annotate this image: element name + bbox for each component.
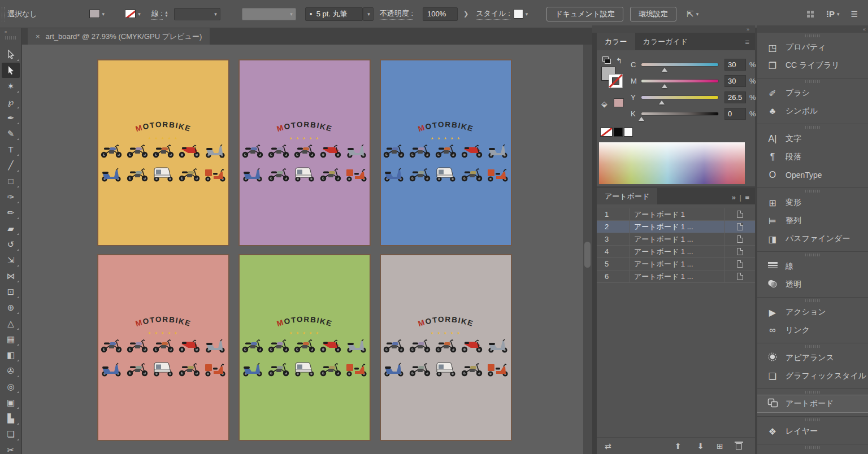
rectangle-tool[interactable]: □ xyxy=(2,173,20,189)
artboard-row-name[interactable]: アートボード 1 ... xyxy=(630,272,724,282)
blend-tool[interactable]: ◎ xyxy=(2,379,20,394)
dock-item-アクション[interactable]: ▶ アクション xyxy=(757,303,868,321)
color-spectrum[interactable] xyxy=(599,142,745,184)
fill-chevron-icon[interactable]: ▾ xyxy=(102,11,105,17)
document-tab[interactable]: × art_board* @ 27.93% (CMYK/GPU プレビュー) xyxy=(28,28,210,45)
tab-color-guide[interactable]: カラーガイド xyxy=(635,33,696,50)
new-artboard-icon[interactable]: ⊞ xyxy=(717,442,723,451)
brush-definition-field[interactable]: ●5 pt. 丸筆 xyxy=(305,7,363,21)
artboard-row-3[interactable]: 3 アートボード 1 ... xyxy=(597,233,755,246)
app-grid-icon[interactable] xyxy=(807,11,814,18)
free-transform-tool[interactable]: ⊡ xyxy=(2,284,20,299)
artboard-page-icon[interactable] xyxy=(724,258,755,270)
artboard-row-name[interactable]: アートボード 1 ... xyxy=(630,259,724,269)
dock-item-リンク[interactable]: ∞ リンク xyxy=(757,321,868,339)
slider-track-C[interactable] xyxy=(641,63,719,67)
rotate-tool[interactable]: ↺ xyxy=(2,237,20,252)
artboard-page-icon[interactable] xyxy=(724,233,755,245)
stroke-weight-label[interactable]: 線 : xyxy=(151,8,163,20)
artboard-row-4[interactable]: 4 アートボード 1 ... xyxy=(597,246,755,258)
dock-item-レイヤー[interactable]: ❖ レイヤー xyxy=(757,422,868,440)
artboard-row-name[interactable]: アートボード 1 ... xyxy=(630,234,724,245)
dock-item-グラフィックスタイル[interactable]: ❏ グラフィックスタイル xyxy=(757,367,868,385)
color-panel-menu-icon[interactable]: ≡ xyxy=(745,38,749,46)
style-chevron-icon[interactable]: ▾ xyxy=(526,11,528,17)
isolate-selection-icon[interactable]: ⇱ xyxy=(687,9,694,19)
dock-item-透明[interactable]: 透明 xyxy=(757,276,868,294)
artboard-tool[interactable]: ❏ xyxy=(2,426,20,442)
eyedropper-tool[interactable]: ✇ xyxy=(2,363,20,378)
stroke-stepper[interactable]: ▲▼ xyxy=(164,11,168,18)
dock-item-シンボル[interactable]: ♣ シンボル xyxy=(757,102,868,120)
pen-tool[interactable]: ✒ xyxy=(2,110,20,125)
stroke-chevron-icon[interactable]: ▾ xyxy=(138,11,141,17)
pencil-tool[interactable]: ✏ xyxy=(2,205,20,220)
dock-item-ブラシ[interactable]: ✐ ブラシ xyxy=(757,84,868,102)
type-tool[interactable]: T xyxy=(2,142,20,157)
artboard-row-2[interactable]: 2 アートボード 1 ... xyxy=(597,221,755,233)
artboard-row-name[interactable]: アートボード 1 ... xyxy=(630,247,724,257)
dock-item-OpenType[interactable]: O OpenType xyxy=(757,166,868,184)
shape-builder-tool[interactable]: ⊕ xyxy=(2,300,20,315)
opacity-label[interactable]: 不透明度 : xyxy=(380,8,413,20)
tab-color[interactable]: カラー xyxy=(597,33,635,50)
close-tab-icon[interactable]: × xyxy=(36,32,40,41)
scale-tool[interactable]: ⇲ xyxy=(2,252,20,268)
cube-3d-icon[interactable]: ⬙ xyxy=(601,99,607,108)
dock-item-変形[interactable]: ⊞ 変形 xyxy=(757,194,868,212)
dock-item-パスファインダー[interactable]: ◨ パスファインダー xyxy=(757,230,868,248)
artboard-1[interactable]: MOTORBIKE★ ★ ★ ★ ★ xyxy=(97,59,229,246)
slider-track-K[interactable] xyxy=(641,112,719,116)
dock-item-アピアランス[interactable]: アピアランス xyxy=(757,349,868,367)
scrollbar-thumb[interactable] xyxy=(584,242,591,268)
dock-item-CC ライブラリ[interactable]: ❐ CC ライブラリ xyxy=(757,56,868,75)
artboard-4[interactable]: MOTORBIKE★ ★ ★ ★ ★ xyxy=(97,254,229,441)
canvas[interactable]: MOTORBIKE★ ★ ★ ★ ★MOTORBIKE★ ★ ★ ★ ★MOTO… xyxy=(22,45,583,454)
curvature-tool[interactable]: ✎ xyxy=(2,126,20,141)
artboard-6[interactable]: MOTORBIKE★ ★ ★ ★ ★ xyxy=(380,254,512,441)
variable-width-dropdown[interactable]: ▾ xyxy=(242,8,296,20)
artboard-2[interactable]: MOTORBIKE★ ★ ★ ★ ★ xyxy=(238,59,371,246)
stroke-weight-dropdown[interactable]: ▾ xyxy=(174,8,220,20)
toolbar-grip[interactable] xyxy=(5,36,16,40)
dock-item-partial[interactable]: ▩ xyxy=(757,450,868,454)
artboard-3[interactable]: MOTORBIKE★ ★ ★ ★ ★ xyxy=(380,59,512,246)
delete-artboard-icon[interactable] xyxy=(736,443,742,450)
artboards-collapse-icon[interactable]: » xyxy=(732,193,736,202)
slider-thumb[interactable] xyxy=(662,68,667,72)
eraser-tool[interactable]: ▰ xyxy=(2,221,20,236)
preferences-button[interactable]: 環境設定 xyxy=(630,7,676,21)
vertical-scrollbar[interactable] xyxy=(583,45,592,454)
dock-item-線[interactable]: 線 xyxy=(757,257,868,276)
slider-thumb[interactable] xyxy=(639,117,644,121)
paintbrush-tool[interactable]: ✑ xyxy=(2,189,20,204)
gradient-tool[interactable]: ◧ xyxy=(2,347,20,363)
artboard-page-icon[interactable] xyxy=(724,208,755,220)
dock-item-段落[interactable]: ¶ 段落 xyxy=(757,148,868,166)
slider-thumb[interactable] xyxy=(662,84,667,88)
artboards-menu-icon[interactable]: ≡ xyxy=(745,193,749,202)
opacity-field[interactable]: 100% xyxy=(423,7,458,21)
artboard-row-1[interactable]: 1 アートボード 1 xyxy=(597,208,755,221)
dock-collapse-strip[interactable]: « xyxy=(757,25,868,33)
opacity-expand-icon[interactable]: ❯ xyxy=(463,10,468,18)
width-tool[interactable]: ⋈ xyxy=(2,268,20,283)
perspective-grid-tool[interactable]: △ xyxy=(2,316,20,331)
slider-value-M[interactable]: 30 xyxy=(724,75,746,87)
style-swatch[interactable] xyxy=(514,9,523,19)
artboard-5[interactable]: MOTORBIKE★ ★ ★ ★ ★ xyxy=(238,254,371,441)
slice-tool[interactable]: ✂ xyxy=(2,442,20,454)
slider-value-Y[interactable]: 26.5 xyxy=(724,91,746,103)
toolbar-collapse-icon[interactable]: » xyxy=(5,29,6,34)
slider-value-K[interactable]: 0 xyxy=(724,108,746,120)
stroke-color-swatch[interactable] xyxy=(125,10,136,18)
search-list-icon[interactable]: ☰ xyxy=(850,10,858,19)
dock-item-アートボード[interactable]: アートボード xyxy=(757,395,868,413)
artboard-row-5[interactable]: 5 アートボード 1 ... xyxy=(597,258,755,270)
direct-selection-tool[interactable] xyxy=(2,47,20,62)
panel-collapse-strip[interactable]: » xyxy=(592,25,755,33)
move-down-icon[interactable]: ⬇ xyxy=(697,442,704,451)
brush-chevron-icon[interactable]: ▾ xyxy=(363,7,374,21)
workspace-icon[interactable]: ⁞P xyxy=(826,9,835,19)
artboard-page-icon[interactable] xyxy=(724,270,755,282)
